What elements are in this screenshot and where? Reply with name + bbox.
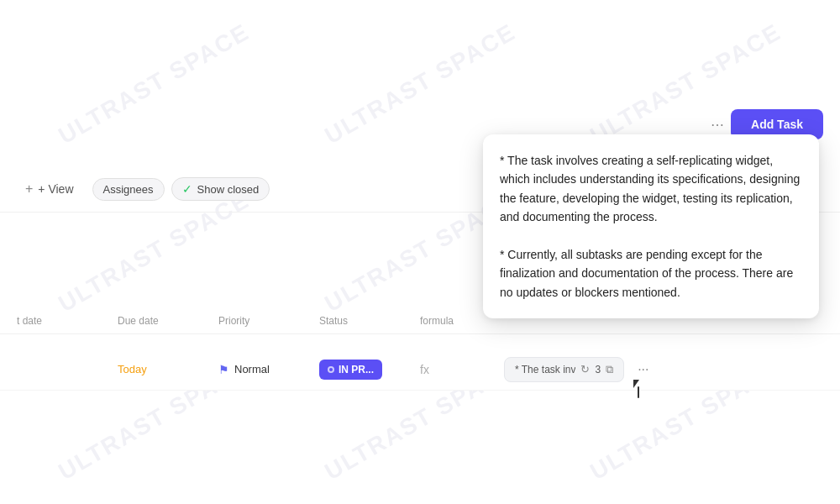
assignees-chip[interactable]: Assignees (92, 178, 165, 201)
status-dot-icon (328, 366, 334, 373)
main-container: ULTRAST SPACE ULTRAST SPACE ULTRAST SPAC… (0, 0, 840, 504)
more-options-button[interactable]: ··· (631, 359, 655, 381)
preview-text: * The task inv (515, 364, 575, 375)
add-view-button[interactable]: + + View (17, 176, 82, 202)
priority-flag-icon: ⚑ (218, 363, 229, 376)
cell-due-date: Today (118, 363, 218, 375)
refresh-icon[interactable]: ↻ (580, 363, 590, 375)
check-icon: ✓ (182, 182, 192, 196)
tooltip-line1: * The task involves creating a self-repl… (500, 151, 802, 227)
watermark-text-8: ULTRAST SPACE (281, 312, 559, 504)
filter-chips: Assignees ✓ Show closed (92, 177, 270, 201)
col-header-due-date: Due date (118, 315, 218, 327)
watermark-text-9: ULTRAST SPACE (548, 312, 825, 504)
options-icon: ⋯ (711, 117, 724, 133)
show-closed-label: Show closed (197, 183, 260, 196)
cell-formula: fx (420, 363, 504, 376)
status-badge[interactable]: IN PR... (319, 360, 382, 380)
count-label: 3 (595, 364, 601, 375)
plus-icon: + (25, 181, 33, 197)
status-label: IN PR... (339, 364, 374, 375)
col-header-start-date: t date (17, 315, 101, 327)
col-header-priority: Priority (218, 315, 319, 327)
tooltip-line2: * Currently, all subtasks are pending ex… (500, 245, 802, 302)
copy-icon[interactable]: ⧉ (606, 363, 613, 376)
cell-priority: ⚑ Normal (218, 363, 319, 376)
tooltip-popover: * The task involves creating a self-repl… (483, 134, 819, 318)
priority-label: Normal (234, 363, 270, 375)
watermark-text-7: ULTRAST SPACE (15, 312, 292, 504)
data-row: Today ⚑ Normal IN PR... fx * The task in… (0, 349, 840, 391)
cell-text-preview: * The task inv ↻ 3 ⧉ ··· (504, 357, 823, 382)
col-header-status: Status (319, 315, 420, 327)
preview-pill[interactable]: * The task inv ↻ 3 ⧉ (504, 357, 624, 382)
assignees-label: Assignees (103, 183, 154, 196)
watermark-text-1: ULTRAST SPACE (15, 0, 292, 192)
show-closed-chip[interactable]: ✓ Show closed (171, 177, 270, 201)
cell-status[interactable]: IN PR... (319, 360, 420, 380)
view-label: + View (38, 182, 73, 196)
